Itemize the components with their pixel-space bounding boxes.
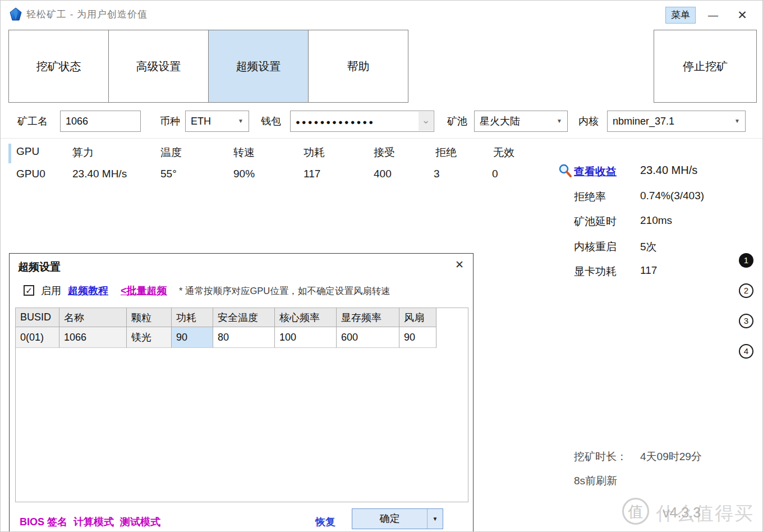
gpu-col-header: 接受 bbox=[374, 145, 395, 160]
overclock-hint-text: * 通常按顺序对应GPU位置，如不确定设置风扇转速 bbox=[179, 285, 390, 297]
oc-cell-busid: 0(01) bbox=[16, 327, 59, 348]
batch-overclock-link[interactable]: <批量超频 bbox=[121, 284, 167, 297]
gpu-cell-power: 117 bbox=[304, 168, 320, 180]
gpu-cell-fan: 90% bbox=[233, 168, 255, 180]
chevron-down-icon: ▼ bbox=[734, 111, 740, 131]
overclock-table: BUSID 名称 颗粒 功耗 安全温度 核心频率 显存频率 风扇 0(01) 1… bbox=[15, 308, 468, 502]
tab-label: 帮助 bbox=[347, 59, 370, 74]
reject-rate-label: 拒绝率 bbox=[574, 190, 606, 204]
gpu-col-header: 转速 bbox=[233, 145, 255, 160]
dialog-title: 超频设置 bbox=[18, 260, 61, 274]
oc-col-header: 颗粒 bbox=[127, 308, 172, 327]
tab-label: 高级设置 bbox=[136, 59, 181, 74]
kernel-label: 内核 bbox=[578, 111, 599, 132]
oc-col-header: 安全温度 bbox=[213, 308, 275, 327]
dialog-close-icon[interactable]: ✕ bbox=[455, 258, 464, 271]
pool-value: 星火大陆 bbox=[480, 116, 520, 127]
total-hashrate-value: 23.40 MH/s bbox=[640, 164, 697, 177]
miner-name-input[interactable]: 1066 bbox=[60, 111, 141, 132]
coin-label: 币种 bbox=[160, 111, 180, 132]
tab-overclock-settings[interactable]: 超频设置 bbox=[208, 30, 309, 103]
gpu-col-header: 无效 bbox=[493, 145, 514, 160]
gpu-cell-invalid: 0 bbox=[492, 168, 498, 180]
gpu-col-header: 温度 bbox=[160, 145, 182, 160]
magnifier-icon bbox=[558, 163, 572, 178]
pool-latency-value: 210ms bbox=[640, 214, 672, 227]
mining-duration-value: 4天09时29分 bbox=[640, 450, 702, 464]
wallet-label: 钱包 bbox=[261, 111, 281, 132]
oc-cell-power-limit[interactable]: 90 bbox=[172, 327, 213, 348]
annotation-marker-1: 1 bbox=[739, 253, 753, 268]
gpu-col-header: 拒绝 bbox=[435, 145, 457, 160]
oc-cell-name: 1066 bbox=[59, 327, 127, 348]
enable-checkbox[interactable]: ✓ bbox=[24, 285, 34, 296]
mining-duration-label: 挖矿时长： bbox=[574, 450, 627, 464]
test-mode-link[interactable]: 测试模式 bbox=[120, 515, 160, 529]
pool-latency-label: 矿池延时 bbox=[574, 214, 617, 229]
refresh-status-text: 8s前刷新 bbox=[574, 474, 617, 488]
kernel-select[interactable]: nbminer_37.1 ▼ bbox=[607, 111, 746, 132]
oc-cell-fan[interactable]: 90 bbox=[399, 327, 436, 348]
enable-label: 启用 bbox=[41, 284, 61, 297]
gpu-col-header: GPU bbox=[16, 145, 39, 158]
overclock-tutorial-link[interactable]: 超频教程 bbox=[68, 284, 108, 297]
oc-col-header: BUSID bbox=[16, 308, 59, 327]
oc-cell-mem-clock[interactable]: 600 bbox=[337, 327, 399, 348]
reject-rate-value: 0.74%(3/403) bbox=[640, 190, 704, 202]
overclock-dialog: 超频设置 ✕ ✓ 启用 超频教程 <批量超频 * 通常按顺序对应GPU位置，如不… bbox=[9, 253, 474, 532]
stop-mining-label: 停止挖矿 bbox=[683, 59, 728, 74]
gpu-col-header: 算力 bbox=[72, 145, 94, 160]
oc-col-header: 功耗 bbox=[172, 308, 213, 327]
dialog-footer-links: BIOS 签名 计算模式 测试模式 bbox=[20, 515, 160, 529]
gpu-col-header: 功耗 bbox=[304, 145, 325, 160]
minimize-button[interactable]: — bbox=[705, 7, 721, 23]
close-button[interactable]: ✕ bbox=[733, 6, 752, 24]
overclock-table-header: BUSID 名称 颗粒 功耗 安全温度 核心频率 显存频率 风扇 bbox=[16, 308, 468, 327]
view-earnings-link[interactable]: 查看收益 bbox=[574, 164, 617, 179]
chevron-down-icon[interactable]: ⌄ bbox=[419, 112, 433, 131]
wallet-masked-value: ●●●●●●●●●●●●● bbox=[296, 118, 375, 126]
watermark-badge: 值 bbox=[622, 498, 649, 525]
oc-col-header: 显存频率 bbox=[337, 308, 399, 327]
restore-link[interactable]: 恢复 bbox=[315, 515, 335, 529]
kernel-restarts-value: 5次 bbox=[640, 240, 657, 254]
oc-cell-core-clock[interactable]: 100 bbox=[275, 327, 337, 348]
oc-cell-memory-vendor: 镁光 bbox=[127, 327, 172, 348]
pool-select[interactable]: 星火大陆 ▼ bbox=[474, 111, 568, 132]
chevron-down-icon: ▼ bbox=[238, 111, 243, 131]
ok-dropdown-arrow-icon[interactable]: ▼ bbox=[427, 509, 443, 529]
gpu-cell-accepted: 400 bbox=[374, 168, 392, 180]
overclock-table-row: 0(01) 1066 镁光 90 80 100 600 90 bbox=[16, 327, 468, 348]
wallet-input[interactable]: ●●●●●●●●●●●●● ⌄ bbox=[290, 111, 434, 132]
pool-label: 矿池 bbox=[447, 111, 467, 132]
tab-advanced-settings[interactable]: 高级设置 bbox=[108, 30, 209, 103]
tab-mining-status[interactable]: 挖矿状态 bbox=[8, 30, 109, 103]
gpu-row-accent-bar bbox=[8, 144, 11, 163]
miner-name-label: 矿工名 bbox=[17, 111, 48, 132]
tab-label: 超频设置 bbox=[236, 59, 281, 74]
gpu-power-value: 117 bbox=[640, 264, 657, 277]
annotation-marker-2: 2 bbox=[739, 283, 753, 298]
stop-mining-button[interactable]: 停止挖矿 bbox=[654, 30, 757, 103]
coin-select[interactable]: ETH ▼ bbox=[185, 111, 249, 132]
gpu-power-label: 显卡功耗 bbox=[574, 264, 617, 279]
menu-button[interactable]: 菜单 bbox=[665, 7, 696, 24]
oc-col-header: 核心频率 bbox=[275, 308, 337, 327]
ok-button-label[interactable]: 确定 bbox=[352, 509, 427, 529]
gpu-cell-temp: 55° bbox=[160, 168, 177, 180]
annotation-marker-3: 3 bbox=[739, 314, 753, 328]
oc-col-header: 名称 bbox=[59, 308, 127, 327]
window-title: 轻松矿工 - 为用户创造价值 bbox=[26, 8, 148, 21]
coin-value: ETH bbox=[191, 116, 211, 127]
bios-signature-link[interactable]: BIOS 签名 bbox=[20, 515, 67, 529]
tab-label: 挖矿状态 bbox=[36, 59, 81, 74]
oc-cell-safe-temp[interactable]: 80 bbox=[213, 327, 275, 348]
compute-mode-link[interactable]: 计算模式 bbox=[73, 515, 114, 529]
gpu-cell-name: GPU0 bbox=[16, 168, 45, 180]
gpu-cell-rejected: 3 bbox=[434, 168, 440, 180]
app-version-text: v4.3.3 bbox=[663, 505, 701, 521]
ok-split-button[interactable]: 确定 ▼ bbox=[352, 508, 443, 529]
annotation-marker-4: 4 bbox=[739, 344, 753, 359]
chevron-down-icon: ▼ bbox=[557, 111, 562, 131]
tab-help[interactable]: 帮助 bbox=[308, 30, 408, 103]
